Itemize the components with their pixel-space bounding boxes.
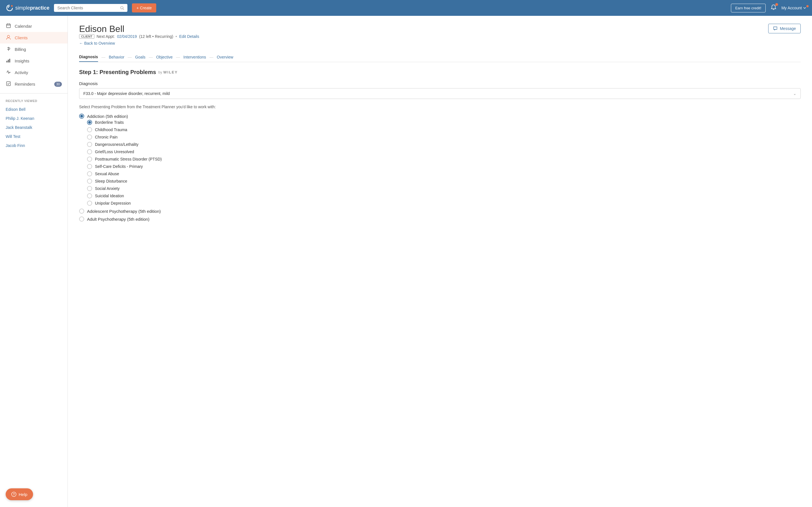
radio-children-addiction: Borderline Traits Childhood Trauma Chron… <box>87 120 801 206</box>
radio-circle-suicidal <box>87 193 92 199</box>
radio-label-addiction: Addiction (5th edition) <box>87 114 128 119</box>
treatment-nav-goals[interactable]: Goals <box>135 53 145 62</box>
message-button[interactable]: Message <box>768 24 801 33</box>
recent-item-philip-keenan[interactable]: Philip J. Keenan <box>0 114 67 123</box>
recent-item-jack-beanstalk[interactable]: Jack Beanstalk <box>0 123 67 132</box>
client-meta: CLIENT Next Appt: 02/04/2019 (12 left • … <box>79 34 199 39</box>
next-appt-label: Next Appt: <box>97 34 115 39</box>
svg-rect-11 <box>9 59 10 62</box>
account-dot <box>806 5 809 7</box>
radio-child-borderline-traits[interactable]: Borderline Traits <box>87 120 801 125</box>
radio-circle-unipolar <box>87 201 92 206</box>
radio-child-dangerousness[interactable]: Dangerousness/Lethality <box>87 142 801 147</box>
treatment-nav-diagnosis[interactable]: Diagnosis <box>79 52 98 62</box>
radio-child-self-care[interactable]: Self-Care Deficits - Primary <box>87 164 801 169</box>
radio-circle-grief-loss <box>87 149 92 154</box>
help-button[interactable]: ? Help <box>6 488 33 500</box>
radio-child-label-chronic-pain: Chronic Pain <box>95 135 118 139</box>
reminders-badge: 30 <box>54 82 62 87</box>
radio-child-label-self-care: Self-Care Deficits - Primary <box>95 164 143 169</box>
edit-details-link[interactable]: Edit Details <box>179 34 199 39</box>
logo-icon <box>6 4 13 12</box>
calendar-icon <box>6 23 11 29</box>
radio-circle-sexual-abuse <box>87 171 92 176</box>
radio-child-social-anxiety[interactable]: Social Anxiety <box>87 186 801 191</box>
radio-child-ptsd[interactable]: Posttraumatic Stress Disorder (PTSD) <box>87 157 801 162</box>
treatment-nav-separator: — <box>206 55 217 59</box>
person-icon <box>6 35 11 41</box>
treatment-nav-overview[interactable]: Overview <box>217 53 233 62</box>
radio-child-label-childhood-trauma: Childhood Trauma <box>95 127 127 132</box>
help-icon: ? <box>11 492 16 497</box>
radio-child-suicidal[interactable]: Suicidal Ideation <box>87 193 801 199</box>
separator: • <box>176 34 177 39</box>
sidebar-item-reminders[interactable]: Reminders 30 <box>0 78 67 90</box>
header: simplepractice + Create Earn free credit… <box>0 0 812 16</box>
treatment-nav-objective[interactable]: Objective <box>156 53 173 62</box>
radio-child-grief-loss[interactable]: Grief/Loss Unresolved <box>87 149 801 154</box>
earn-credit-button[interactable]: Earn free credit! <box>731 4 766 12</box>
sidebar-item-label: Billing <box>15 47 26 52</box>
radio-child-label-sexual-abuse: Sexual Abuse <box>95 172 119 176</box>
sidebar-divider <box>0 93 67 94</box>
sidebar-item-calendar[interactable]: Calendar <box>0 20 67 32</box>
sidebar-item-label: Insights <box>15 58 29 63</box>
radio-child-childhood-trauma[interactable]: Childhood Trauma <box>87 127 801 132</box>
diagnosis-select[interactable]: F33.0 - Major depressive disorder, recur… <box>79 88 801 99</box>
notification-badge <box>775 3 778 6</box>
radio-parent-adolescent[interactable]: Adolescent Psychotherapy (5th edition) <box>79 209 801 214</box>
sidebar-item-clients[interactable]: Clients <box>0 32 67 44</box>
search-bar <box>54 4 127 12</box>
main-content: Edison Bell CLIENT Next Appt: 02/04/2019… <box>68 16 812 507</box>
svg-rect-10 <box>8 60 9 62</box>
step-title: Step 1: Presenting Problems by WILEY <box>79 69 801 75</box>
category-adolescent: Adolescent Psychotherapy (5th edition) <box>79 209 801 214</box>
back-to-overview-link[interactable]: ← Back to Overview <box>79 41 115 46</box>
dollar-icon <box>6 46 11 52</box>
radio-child-unipolar[interactable]: Unipolar Depression <box>87 201 801 206</box>
sidebar-item-activity[interactable]: Activity <box>0 67 67 78</box>
notification-icon[interactable] <box>770 4 777 12</box>
recent-item-edison-bell[interactable]: Edison Bell <box>0 105 67 114</box>
svg-rect-9 <box>6 61 7 62</box>
treatment-nav-behavior[interactable]: Behavior <box>109 53 124 62</box>
search-input[interactable] <box>57 6 118 10</box>
chevron-icon: ⌄ <box>793 91 797 96</box>
sidebar-item-label: Clients <box>15 35 28 40</box>
radio-parent-adult[interactable]: Adult Psychotherapy (5th edition) <box>79 217 801 222</box>
recently-viewed-title: RECENTLY VIEWED <box>0 97 67 105</box>
treatment-nav-interventions[interactable]: Interventions <box>183 53 206 62</box>
radio-child-label-grief-loss: Grief/Loss Unresolved <box>95 150 134 154</box>
recent-item-will-test[interactable]: Will Test <box>0 132 67 141</box>
sidebar-item-label: Activity <box>15 70 28 75</box>
radio-circle-dangerousness <box>87 142 92 147</box>
radio-child-chronic-pain[interactable]: Chronic Pain <box>87 134 801 139</box>
radio-circle-adult <box>79 217 84 222</box>
category-adult: Adult Psychotherapy (5th edition) <box>79 217 801 222</box>
radio-parent-addiction[interactable]: Addiction (5th edition) <box>79 114 801 119</box>
sidebar-item-label: Reminders <box>15 82 35 87</box>
create-button[interactable]: + Create <box>132 3 156 12</box>
radio-child-sexual-abuse[interactable]: Sexual Abuse <box>87 171 801 176</box>
radio-label-adolescent: Adolescent Psychotherapy (5th edition) <box>87 209 161 214</box>
radio-child-sleep[interactable]: Sleep Disturbance <box>87 179 801 184</box>
my-account[interactable]: My Account <box>782 6 806 10</box>
client-info: Edison Bell CLIENT Next Appt: 02/04/2019… <box>79 24 199 50</box>
checkbox-icon <box>6 81 11 87</box>
radio-child-label-social-anxiety: Social Anxiety <box>95 186 120 191</box>
main-layout: Calendar Clients Billing Insights Activi… <box>0 16 812 507</box>
treatment-nav-separator: — <box>173 55 183 59</box>
next-appt-link[interactable]: 02/04/2019 <box>117 34 137 39</box>
radio-circle-social-anxiety <box>87 186 92 191</box>
svg-text:?: ? <box>13 493 15 496</box>
chart-icon <box>6 58 11 64</box>
sidebar: Calendar Clients Billing Insights Activi… <box>0 16 68 507</box>
recent-item-jacob-finn[interactable]: Jacob Finn <box>0 141 67 150</box>
activity-icon <box>6 69 11 75</box>
radio-child-label-sleep: Sleep Disturbance <box>95 179 127 183</box>
sidebar-item-billing[interactable]: Billing <box>0 44 67 55</box>
radio-child-label-unipolar: Unipolar Depression <box>95 201 131 206</box>
radio-child-label-borderline-traits: Borderline Traits <box>95 120 124 125</box>
svg-point-1 <box>120 6 123 9</box>
sidebar-item-insights[interactable]: Insights <box>0 55 67 67</box>
